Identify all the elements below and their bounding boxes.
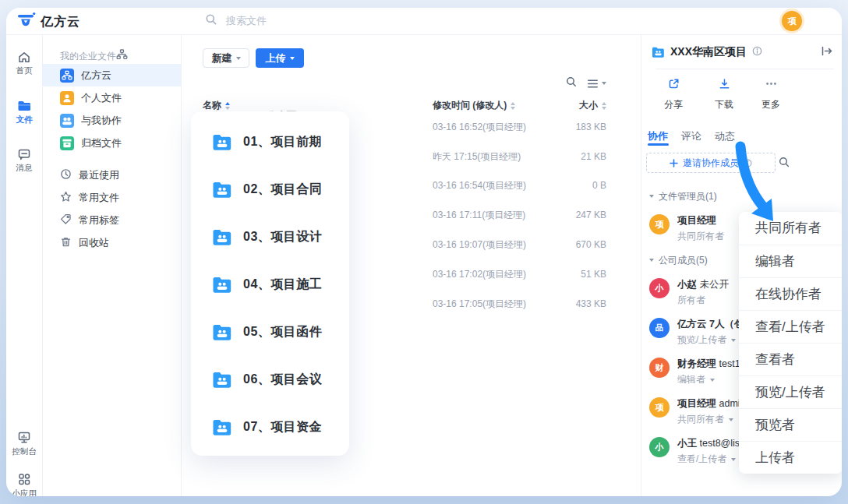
rail-item-apps[interactable]: 小应用: [6, 472, 42, 496]
group-header[interactable]: 文件管理员(1): [649, 190, 790, 203]
collaborator-avatar: 小: [649, 278, 670, 298]
download-button[interactable]: 下载: [711, 78, 737, 111]
chevron-down-icon: [649, 195, 654, 198]
folder-row[interactable]: 07、项目资金: [191, 404, 349, 451]
list-search-icon[interactable]: [566, 76, 577, 90]
tab-activity[interactable]: 动态: [715, 129, 735, 143]
view-mode-toggle[interactable]: [588, 79, 606, 88]
plus-icon: [670, 159, 678, 167]
collaborator-avatar: 项: [649, 214, 670, 234]
chevron-down-icon: [649, 259, 654, 262]
global-search-input[interactable]: 搜索文件: [205, 13, 267, 28]
permission-option[interactable]: 上传者: [739, 441, 842, 474]
modified-cell: 03-16 17:11(项目经理): [433, 209, 525, 222]
sidebar-item-shared-with-me[interactable]: 与我协作: [43, 109, 181, 132]
folder-row[interactable]: 05、项目函件: [191, 308, 349, 356]
collaborator-name: 项目经理: [677, 215, 716, 226]
clock-icon: [60, 168, 72, 182]
sort-icon: [511, 102, 515, 110]
nav-rail: 首页 文件 消息 控制台: [6, 35, 43, 496]
folder-row[interactable]: 06、项目会议: [191, 356, 349, 404]
column-header-size[interactable]: 大小: [579, 99, 606, 112]
tab-collaboration[interactable]: 协作: [648, 129, 668, 143]
chevron-down-icon: [602, 82, 606, 85]
sidebar-item-company-files[interactable]: 亿方云: [43, 64, 181, 86]
collaborator-suffix: 未公开: [699, 279, 729, 290]
collaborator-name: 财务经理: [677, 358, 716, 369]
permission-option[interactable]: 查看者: [739, 343, 842, 375]
upload-button[interactable]: 上传: [256, 48, 304, 68]
shared-folder-icon: [212, 229, 232, 245]
rail-item-home[interactable]: 首页: [6, 51, 42, 76]
info-icon: [744, 159, 752, 167]
info-icon[interactable]: [752, 45, 762, 59]
home-icon: [6, 51, 42, 63]
rail-item-messages[interactable]: 消息: [6, 148, 42, 174]
modified-cell: 03-16 16:52(项目经理): [433, 120, 526, 133]
permission-option[interactable]: 预览/上传者: [739, 375, 842, 408]
folder-row[interactable]: 01、项目前期: [191, 118, 349, 166]
folder-name: 02、项目合同: [243, 182, 322, 198]
share-button[interactable]: 分享: [660, 78, 687, 111]
ellipsis-icon: [765, 78, 777, 90]
sort-icon: [225, 102, 230, 110]
size-cell: 21 KB: [581, 151, 606, 162]
collapse-panel-icon[interactable]: [821, 45, 832, 59]
logo-icon: [17, 12, 36, 33]
collaborator-avatar: 财: [649, 358, 670, 378]
logo-text: 亿方云: [41, 14, 80, 30]
trash-icon: [60, 236, 72, 250]
search-icon: [205, 13, 217, 28]
sidebar-header: 我的企业文件: [60, 50, 116, 63]
new-button[interactable]: 新建: [203, 48, 249, 68]
permission-option[interactable]: 共同所有者: [739, 212, 842, 245]
org-structure-icon[interactable]: [116, 49, 128, 63]
permission-option[interactable]: 预览者: [739, 408, 842, 441]
sidebar-item-personal-files[interactable]: 个人文件: [43, 86, 181, 109]
permission-option[interactable]: 编辑者: [739, 245, 842, 277]
collaborator-search-icon[interactable]: [779, 157, 790, 171]
divider: [655, 69, 834, 69]
collaboration-icon: [60, 114, 74, 128]
search-placeholder: 搜索文件: [226, 14, 267, 28]
size-cell: 51 KB: [581, 269, 606, 280]
folder-row[interactable]: 03、项目设计: [191, 213, 349, 261]
rail-item-files[interactable]: 文件: [6, 100, 42, 125]
sidebar-item-archived-files[interactable]: 归档文件: [43, 132, 181, 154]
permission-option[interactable]: 在线协作者: [739, 277, 842, 310]
folder-name: 04、项目施工: [243, 277, 322, 293]
size-cell: 433 KB: [576, 298, 606, 309]
folder-list-card: 01、项目前期 02、项目合同: [191, 111, 349, 456]
modified-cell: 03-16 17:02(项目经理): [433, 267, 526, 280]
sidebar-item-recent[interactable]: 最近使用: [43, 164, 181, 186]
column-header-name[interactable]: 名称: [203, 99, 230, 112]
collaborator-name: 小王: [677, 438, 697, 449]
user-avatar[interactable]: 项: [782, 11, 802, 31]
folder-row[interactable]: 02、项目合同: [191, 166, 349, 213]
top-bar: 亿方云 搜索文件 项: [6, 8, 842, 35]
page-background: 亿方云 搜索文件 项 首页 文件: [0, 0, 848, 504]
apps-grid-icon: [6, 472, 42, 486]
folder-row[interactable]: 04、项目施工: [191, 261, 349, 308]
size-cell: 670 KB: [576, 239, 606, 250]
column-header-modified[interactable]: 修改时间 (修改人): [433, 99, 515, 112]
more-button[interactable]: 更多: [758, 78, 784, 111]
sidebar-item-tags[interactable]: 常用标签: [43, 209, 181, 231]
sidebar-item-favorites[interactable]: 常用文件: [43, 186, 181, 209]
folder-name: 07、项目资金: [243, 419, 322, 435]
app-logo[interactable]: 亿方云: [17, 12, 80, 33]
rail-item-console[interactable]: 控制台: [6, 431, 42, 457]
sidebar-item-trash[interactable]: 回收站: [43, 231, 181, 254]
folder-icon: [652, 47, 665, 58]
size-cell: 0 B: [592, 180, 606, 191]
collaborator-name: 小赵: [677, 279, 697, 290]
list-view-icon: [588, 79, 598, 88]
collaborator-avatar: 品: [649, 318, 670, 338]
tab-comments[interactable]: 评论: [681, 129, 701, 143]
collaborator-avatar: 项: [649, 397, 670, 418]
app-window: 亿方云 搜索文件 项 首页 文件: [6, 8, 842, 496]
shared-folder-icon: [212, 372, 232, 388]
chevron-down-icon: [236, 57, 241, 60]
permission-option[interactable]: 查看/上传者: [739, 310, 842, 343]
invite-collaborator-button[interactable]: 邀请协作成员: [646, 153, 776, 173]
